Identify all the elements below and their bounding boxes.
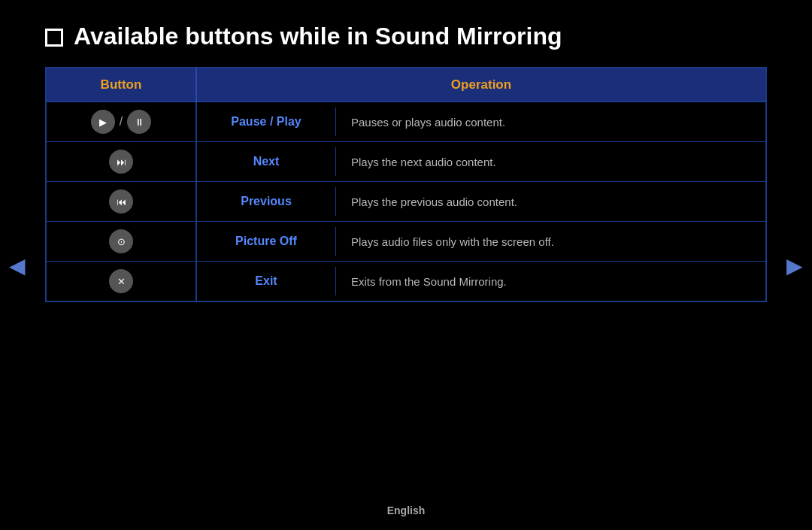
next-icon: ⏭: [109, 150, 133, 174]
operation-cell: Picture Off Plays audio files only with …: [196, 222, 766, 262]
prev-icon: ⏮: [109, 189, 133, 214]
operation-desc: Plays the previous audio content.: [336, 188, 532, 216]
play-icon: ▶: [91, 110, 115, 134]
button-icon-cell: ▶ / ⏸: [46, 102, 196, 142]
operation-desc: Pauses or plays audio content.: [336, 108, 520, 136]
operation-desc: Exits from the Sound Mirroring.: [336, 268, 522, 295]
operation-desc: Plays the next audio content.: [336, 148, 511, 176]
button-icon-cell: ⏭: [46, 142, 196, 182]
table-row: ▶ / ⏸ Pause / Play Pauses or plays audio…: [46, 102, 766, 142]
operation-name: Pause / Play: [197, 108, 336, 136]
button-icon-cell: ✕: [46, 262, 196, 302]
operation-name: Exit: [197, 267, 336, 295]
operation-cell: Exit Exits from the Sound Mirroring.: [196, 262, 766, 302]
separator: /: [120, 115, 123, 129]
table-row: ✕ Exit Exits from the Sound Mirroring.: [46, 262, 766, 302]
page-title: Available buttons while in Sound Mirrori…: [74, 23, 562, 50]
table-row: ⏭ Next Plays the next audio content.: [46, 142, 766, 182]
nav-right-button[interactable]: ▶: [786, 253, 803, 277]
col-header-operation: Operation: [196, 68, 766, 102]
buttons-table: Button Operation ▶ / ⏸ Pause / Play Paus…: [45, 67, 767, 302]
table-row: ⏮ Previous Plays the previous audio cont…: [46, 182, 766, 222]
operation-cell: Previous Plays the previous audio conten…: [196, 182, 766, 222]
button-icon-cell: ⊙: [46, 222, 196, 262]
nav-left-button[interactable]: ◀: [9, 253, 26, 277]
operation-name: Previous: [197, 187, 336, 216]
checkbox-icon: [45, 29, 63, 47]
operation-cell: Next Plays the next audio content.: [196, 142, 766, 182]
operation-cell: Pause / Play Pauses or plays audio conte…: [196, 102, 766, 142]
operation-desc: Plays audio files only with the screen o…: [336, 228, 569, 256]
exit-icon: ✕: [109, 269, 133, 293]
pause-icon: ⏸: [127, 110, 151, 134]
footer-language: English: [387, 504, 426, 516]
operation-name: Picture Off: [197, 227, 336, 256]
col-header-button: Button: [46, 68, 196, 102]
table-row: ⊙ Picture Off Plays audio files only wit…: [46, 222, 766, 262]
operation-name: Next: [197, 147, 336, 176]
button-icon-cell: ⏮: [46, 182, 196, 222]
picture-off-icon: ⊙: [109, 229, 133, 253]
